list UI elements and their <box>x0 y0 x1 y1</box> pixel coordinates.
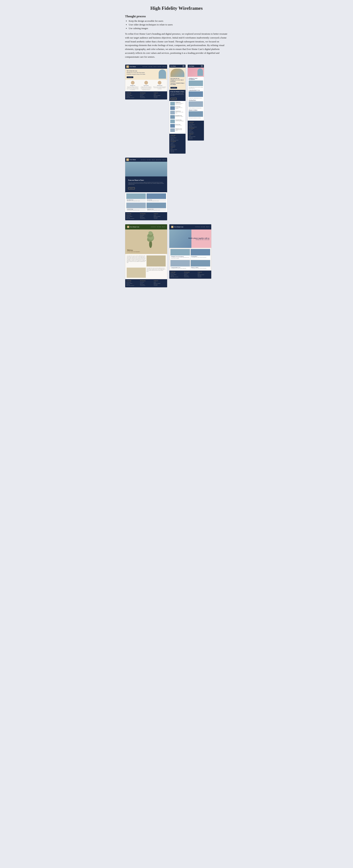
wf-footer2-exp-3: Meet the Team <box>140 217 152 218</box>
wf-grid-assisted: Assisted Living Assisted living lorem ip… <box>126 203 146 211</box>
wf-career-nav-1[interactable]: Care Services <box>195 226 200 227</box>
wf-footer-care-link-2: Terms & Conditions <box>126 283 139 284</box>
wf-footer-career-ct-1: Chester <box>198 273 210 274</box>
nav-care-services[interactable]: Care Services <box>142 66 148 67</box>
wf-mobile-temp-1: Temporary CareTemporary care when needed… <box>170 128 185 132</box>
wf-footer-care: Useful Links Privacy Policy Terms & Cond… <box>125 279 167 287</box>
wf-career-hero-image <box>169 229 191 248</box>
wf-footer-contact-chester: Chester <box>154 94 166 95</box>
wf-mobile-contact-2: Contact Us Chester Registered in England… <box>189 133 203 139</box>
wf-care-text-right-bottom: Lorem ipsum dolor sit amet consectetur a… <box>146 268 166 278</box>
wf-footer-career-link-2: Terms & Conditions <box>170 274 183 275</box>
nav-contact-us[interactable]: Contact Us <box>162 66 166 67</box>
wf-mobile-learn-btn-1[interactable]: Learn More <box>170 87 177 89</box>
wf-footer-career-exp-1: Care Services <box>184 273 197 274</box>
wf-footer-career-exp-2: About Us <box>184 274 197 275</box>
wf-mobile-from-home-desc-1: At Ever Care, we open our hearts to prov… <box>170 93 184 96</box>
wf-footer-care-exp-1: Care Services <box>140 282 152 283</box>
hamburger-line <box>183 65 184 66</box>
wf-mobile-comp-img <box>189 91 203 97</box>
wf-career-mindset: Mindset & Skillset Lorem ipsum dolor sit… <box>191 260 210 270</box>
wf-footer-care-useful: Useful Links Privacy Policy Terms & Cond… <box>126 280 139 286</box>
thought-process-list: Keep the design accessible for users Use… <box>129 20 228 30</box>
wf-footer-link-legal: Legal Notes <box>126 96 139 97</box>
wf-footer-care-link-3: Legal Notes <box>126 284 139 285</box>
wf-career-nav-2[interactable]: Care Guide <box>201 226 205 227</box>
wf-footer-link-terms: Terms & Conditions <box>126 95 139 96</box>
wf-mobile-training-title: Training & Career Development <box>189 78 203 80</box>
wf-care-nav-1[interactable]: Care Services <box>151 226 156 227</box>
wf-brand-name-2: Ever Home <box>130 159 136 160</box>
wf-service-desc-1: Experience the pinnacle of family and co… <box>126 86 139 90</box>
mobile-wireframe-1: Ever Home We're here for you.Bringing Jo… <box>169 64 186 154</box>
wf-footer-useful-links: Useful Links Privacy Policy Terms & Cond… <box>126 92 139 98</box>
wf-grid-content-4: Temporary Care Temporary care lorem ipsu… <box>146 208 166 211</box>
wf-grid-specialized: Specialized Care Specialized care lorem … <box>126 193 146 202</box>
wf-career-working-img <box>191 249 210 255</box>
wf-care-hero <box>125 229 167 248</box>
wf-career-training: Training & Career Development Lorem ipsu… <box>170 249 190 259</box>
wireframe-row-2: EH Ever Home Care Services Care Guide Ab… <box>125 157 228 220</box>
nav2-about-us[interactable]: About Us <box>151 159 155 160</box>
wf-mobile-ct-4: Contact Info <box>170 151 184 152</box>
wf-learn-more-btn[interactable]: Learn More <box>127 76 133 78</box>
wf-service-icon-1 <box>131 81 135 85</box>
hamburger-line <box>201 65 203 66</box>
wf-career-mindset-desc: Lorem ipsum dolor sit amet consectetur a… <box>191 268 210 269</box>
wf-from-home-desc: At Ever Care, we open our hearts to prov… <box>128 182 164 185</box>
wf-mobile-contact-btn-1[interactable]: Contact Us <box>170 98 177 100</box>
nav-care-guide[interactable]: Care Guide <box>148 66 152 67</box>
wf-brand-name: Ever Home <box>130 66 136 67</box>
wireframes-section: EH Ever Home Care Services Care Guide Ab… <box>125 64 228 287</box>
wf-from-home-content: From our Home to Yours At Ever Care, we … <box>127 178 166 191</box>
wf-mobile-contact-title-1: Contact Us <box>170 147 184 148</box>
thought-process-heading: Thought process <box>125 15 228 18</box>
wf-care-nav-2[interactable]: Care Guide <box>157 226 161 227</box>
wf-mobile-expertise-1: Our Expertise Care Services About Us Mee… <box>170 141 184 147</box>
wf-mobile-header-2: Ever Home <box>188 65 204 68</box>
wf-footer-career-ct-3: Office Hours <box>198 275 210 276</box>
wf-care-bottom-grid: Lorem ipsum dolor sit amet consectetur a… <box>127 268 166 278</box>
wf-mobile-temp-img <box>170 128 175 132</box>
wf-hamburger-2[interactable] <box>201 65 203 67</box>
nav2-join-team[interactable]: Join Our Team <box>156 159 161 160</box>
wf-footer-2: Useful Links Privacy Policy Terms & Cond… <box>125 212 167 220</box>
wf-mobile-working-title: Working Hours <box>189 100 203 101</box>
wf-mobile-contact-1: Contact Us Chester Registered in England… <box>170 147 184 152</box>
wf-career-working-content: Working Hours Lorem ipsum dolor sit amet… <box>191 255 210 258</box>
wf-grid-content-2: Live-in Care Live-in care lorem ipsum do… <box>146 199 166 202</box>
nav-our-team[interactable]: Our Team <box>157 66 161 67</box>
wf-mobile-assistedliving-img <box>170 120 175 123</box>
desktop-wireframe-1: EH Ever Home Care Services Care Guide Ab… <box>125 64 167 100</box>
wf-footer-care-exp-3: Meet the Team <box>140 284 152 285</box>
wf-footer-contact-title: Contact Us <box>154 92 166 93</box>
wf-care-nav-3[interactable]: About Us <box>162 226 165 227</box>
wf-service-icon-2 <box>144 81 148 85</box>
wf-care-logo: EH <box>127 226 129 228</box>
wf-care-img-right <box>146 255 166 267</box>
nav2-care-services[interactable]: Care Services <box>141 159 146 160</box>
wf-mobile-footer-2: Useful Links Privacy Policy Terms & Cond… <box>188 121 204 141</box>
wf-career-working: Working Hours Lorem ipsum dolor sit amet… <box>191 249 210 259</box>
wf-contact-btn[interactable]: Contact Us <box>128 187 135 189</box>
wf-footer-care-contact: Contact Us Chester Registered in England… <box>154 280 166 286</box>
wf-mobile-assistedliving-1: Assisted LivingAssisted living with dign… <box>170 120 185 123</box>
wf-career-working-desc: Lorem ipsum dolor sit amet consectetur a… <box>191 257 210 258</box>
wf-mobile-exp-3: Meet the Team <box>170 145 184 145</box>
wf-mobile-header-1: Ever Home <box>169 65 185 68</box>
wf-footer2-link-1: Privacy Policy <box>126 215 139 216</box>
nav2-contact-us[interactable]: Contact Us <box>162 159 166 160</box>
wf-career-nav-3[interactable]: About Us <box>206 226 209 227</box>
wf-service-visiting: Visiting Care Experience the pinnacle of… <box>126 81 139 90</box>
wf-mobile-assistedliving-text: Assisted LivingAssisted living with dign… <box>175 120 184 121</box>
wf-mobile-mindset-img <box>189 111 203 117</box>
wf-footer-expertise-services: Care Services <box>140 94 152 95</box>
nav2-care-guide[interactable]: Care Guide <box>146 159 151 160</box>
wf-mobile-assisted-1: Assisted CareRediscover the joy of daily… <box>170 111 185 114</box>
wireframe-row-1: EH Ever Home Care Services Care Guide Ab… <box>125 64 228 154</box>
wf-footer2-link-3: Legal Notes <box>126 217 139 218</box>
wf-header: EH Ever Home Care Services Care Guide Ab… <box>125 65 167 69</box>
wf-hamburger-1[interactable] <box>183 65 184 67</box>
wf-career-nav: Care Services Care Guide About Us <box>195 226 209 227</box>
nav-about-us[interactable]: About Us <box>153 66 156 67</box>
